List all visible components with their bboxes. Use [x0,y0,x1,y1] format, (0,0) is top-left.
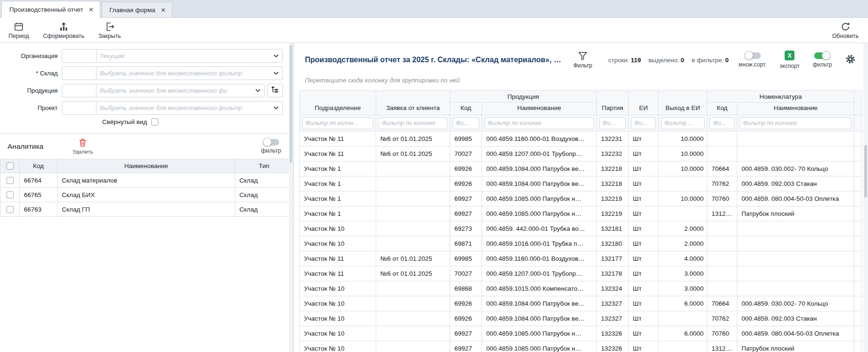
product-code-input[interactable] [62,84,96,97]
table-row[interactable]: Участок № 1069273000.4859. 442.000-01 Тр… [300,221,862,236]
analytics-name-cell: Склад материалов [58,173,235,188]
field-row-warehouse: * Склад [0,66,283,80]
column-filter-input[interactable] [302,117,373,129]
generate-button[interactable]: Сформировать [43,22,84,39]
table-row[interactable]: Участок № 169926000.4859.1084.000 Патруб… [300,176,862,191]
table-row[interactable]: Участок № 1069926000.4859.1084.000 Патру… [300,296,862,311]
report-panel: Производственный отчет за 2025 г. Склады… [294,43,868,352]
table-row[interactable]: Участок № 1069926000.4859.1084.000 Патру… [300,311,862,326]
close-button[interactable]: Закрыть [98,22,121,39]
organization-input[interactable] [96,50,270,62]
tab-main-form[interactable]: Главная форма × [102,2,172,17]
table-row[interactable]: Участок № 11№6 от 01.01.202570027000.485… [300,266,862,281]
cell: 69927 [450,191,482,206]
column-header[interactable]: Код [450,103,482,115]
toggle-off-icon[interactable] [263,139,279,146]
export-button[interactable]: X экспорт [779,51,800,69]
analytics-col-type[interactable]: Тип [235,159,293,173]
column-filter-input[interactable] [599,117,626,129]
analytics-row[interactable]: 66764Склад материаловСклад [0,173,293,188]
period-button[interactable]: Период [8,22,29,39]
column-header[interactable]: Наименование [482,103,597,115]
cell: 000.4859. 092.003 Стакан [737,176,854,191]
chevron-down-icon[interactable] [270,54,282,58]
table-row[interactable]: Участок № 1069871000.4859.1016.000-01 Тр… [300,236,862,251]
table-row[interactable]: Участок № 1069927000.4859.1085.000 Патру… [300,326,862,341]
row-checkbox[interactable] [7,191,14,198]
column-filter-input[interactable] [740,117,852,129]
analytics-filter-toggle[interactable]: фильтр [261,139,281,154]
warehouse-select[interactable] [96,66,283,80]
delete-button[interactable]: Удалить [73,139,93,154]
refresh-button[interactable]: Обновить [832,22,859,39]
cell [707,147,737,161]
analytics-row[interactable]: 66763Склад ГПСклад [0,202,293,217]
cell: 69926 [450,161,482,176]
product-input[interactable] [96,84,252,97]
organization-code-input[interactable] [62,49,96,63]
collapsed-view-checkbox[interactable] [151,118,158,125]
column-filter-input[interactable] [661,117,705,129]
table-row[interactable]: Участок № 169926000.4859.1084.000 Патруб… [300,161,862,176]
cell: 3.0000 [659,281,707,296]
warehouse-code-input[interactable] [62,66,96,80]
multi-sort-toggle[interactable]: множ.сорт. [739,52,767,68]
table-row[interactable]: Участок № 1069868000.4859.1015.000 Компе… [300,281,862,296]
tab-production-report[interactable]: Производственный отчет × [1,1,100,18]
analytics-header: Аналитика Удалить [0,133,293,159]
column-header[interactable]: Подразделение [300,91,376,115]
column-header[interactable]: Партия [597,91,629,115]
table-row[interactable]: Участок № 11№6 от 01.01.202569985000.485… [300,251,862,266]
column-filter-input[interactable] [710,117,734,129]
settings-button[interactable] [845,54,856,66]
cell [737,251,854,266]
analytics-col-code[interactable]: Код [20,159,58,173]
left-panel-scrollbar[interactable] [289,43,293,352]
organization-select[interactable] [96,49,283,63]
product-select[interactable] [96,84,265,97]
spacer-cell [854,236,862,251]
column-header[interactable]: Выход в ЕИ [659,91,707,115]
select-all-checkbox[interactable] [7,162,14,169]
column-filter-input[interactable] [484,117,594,129]
scrollbar-thumb[interactable] [864,145,867,198]
chevron-down-icon[interactable] [252,89,264,92]
project-input[interactable] [96,102,270,114]
table-row[interactable]: Участок № 11№6 от 01.01.202570027000.485… [300,147,862,161]
spacer-cell [854,147,862,161]
column-filter-row [300,115,862,132]
column-filter-input[interactable] [378,117,447,129]
cell: №6 от 01.01.2025 [376,147,450,161]
column-header[interactable]: ЕИ [629,91,659,115]
analytics-col-name[interactable]: Наименование [58,159,235,173]
warehouse-input[interactable] [96,67,270,80]
close-tab-icon[interactable]: × [161,6,166,14]
table-row[interactable]: Участок № 1069927000.4859.1085.000 Патру… [300,341,862,352]
report-scrollbar[interactable] [863,43,868,352]
table-row[interactable]: Участок № 11№6 от 01.01.202569985000.485… [300,132,862,147]
hierarchy-select-button[interactable] [267,84,283,97]
table-row[interactable]: Участок № 169927000.4859.1085.000 Патруб… [300,206,862,221]
toggle-on-icon[interactable] [814,52,830,59]
chevron-down-icon[interactable] [270,106,282,110]
column-header[interactable]: Заявка от клиента [376,91,450,115]
close-tab-icon[interactable]: × [89,6,94,14]
scrollbar-thumb[interactable] [289,45,292,163]
table-filter-toggle[interactable]: фильтр [813,52,832,68]
group-by-drop-zone[interactable]: Перетащите сюда колонку для группировки … [298,74,857,90]
project-select[interactable] [96,101,283,115]
column-filter-input[interactable] [453,117,479,129]
row-checkbox[interactable] [7,177,14,184]
chevron-down-icon[interactable] [270,72,282,75]
analytics-row[interactable]: 66765Склад БИХСклад [0,188,293,202]
filter-button[interactable]: Фильтр [573,51,592,69]
table-row[interactable]: Участок № 169927000.4859.1085.000 Патруб… [300,191,862,206]
project-code-input[interactable] [62,101,96,115]
column-filter-input[interactable] [631,117,656,129]
toggle-off-icon[interactable] [745,52,761,59]
column-header[interactable]: Наименование [737,103,854,115]
cell: 69985 [450,251,482,266]
column-header[interactable]: Код [707,103,737,115]
spacer-cell [854,311,862,326]
row-checkbox[interactable] [7,206,14,213]
